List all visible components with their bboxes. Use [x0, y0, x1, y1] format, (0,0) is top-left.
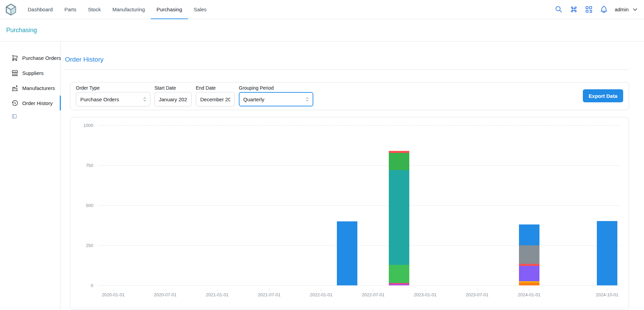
chart-plot	[98, 125, 620, 285]
sidebar-item-order-history[interactable]: Order History	[0, 95, 60, 111]
start-date-field: Start Date	[154, 85, 192, 106]
chart-bar-segment	[337, 221, 357, 285]
sidebar-item-label: Manufacturers	[22, 85, 55, 91]
main-panel: Order History Order Type Purchase Orders…	[60, 41, 644, 310]
search-icon[interactable]	[554, 5, 563, 14]
x-axis-tick-label: 2021-01-01	[206, 292, 229, 297]
export-data-button[interactable]: Export Data	[583, 89, 623, 102]
order-type-value: Purchase Orders	[80, 96, 119, 102]
y-axis-tick-label: 1000	[83, 123, 93, 128]
shopping-cart-icon	[11, 54, 18, 62]
chart-bar-segment	[597, 221, 617, 285]
building-factory-icon	[11, 85, 18, 92]
chart-gridline	[98, 165, 620, 166]
y-axis-tick-label: 500	[86, 203, 93, 208]
sidebar-item-label: Suppliers	[22, 70, 44, 76]
x-axis-tick-label: 2022-07-01	[362, 292, 385, 297]
selector-icon	[142, 96, 148, 102]
chart-gridline	[98, 245, 620, 246]
logo-cube-icon	[5, 3, 17, 16]
tab-sales[interactable]: Sales	[188, 0, 213, 19]
chart-gridline	[98, 285, 620, 286]
chart-bar-segment	[389, 265, 409, 283]
username-label: admin	[615, 7, 629, 12]
inventree-logo[interactable]	[5, 0, 17, 19]
chart-bar-segment	[519, 245, 539, 264]
x-axis-tick-label: 2024-10-01	[596, 292, 619, 297]
tab-stock[interactable]: Stock	[82, 0, 107, 19]
sidebar-active-indicator	[60, 95, 61, 111]
sidebar-item-purchase-orders[interactable]: Purchase Orders	[0, 50, 60, 65]
page-title: Order History	[65, 56, 629, 63]
title-divider	[65, 69, 629, 70]
sidebar-item-label: Order History	[22, 100, 53, 106]
order-type-select[interactable]: Purchase Orders	[76, 92, 150, 106]
chart-y-labels: 02505007501000	[70, 125, 95, 285]
sidebar-item-suppliers[interactable]: Suppliers	[0, 65, 60, 80]
qr-scan-icon[interactable]	[585, 5, 593, 14]
x-axis-tick-label: 2020-01-01	[102, 292, 125, 297]
tab-manufacturing[interactable]: Manufacturing	[107, 0, 151, 19]
order-type-label: Order Type	[76, 85, 150, 91]
navbar-actions: admin	[554, 0, 639, 19]
sidebar-item-manufacturers[interactable]: Manufacturers	[0, 80, 60, 95]
chart-bar-segment	[519, 283, 539, 285]
user-menu[interactable]: admin	[615, 6, 639, 13]
breadcrumb[interactable]: Purchasing	[6, 27, 37, 34]
chevron-down-icon	[632, 6, 639, 13]
x-axis-tick-label: 2022-01-01	[310, 292, 333, 297]
chart-bar[interactable]	[519, 224, 539, 285]
top-navbar: Dashboard Parts Stock Manufacturing Purc…	[0, 0, 644, 19]
chart-card: 02505007501000 2020-01-012020-07-012021-…	[70, 117, 629, 310]
chart-bar[interactable]	[389, 151, 409, 285]
chart-bar-segment	[519, 266, 539, 281]
x-axis-tick-label: 2020-07-01	[154, 292, 177, 297]
chart-x-labels: 2020-01-012020-07-012021-01-012021-07-01…	[98, 287, 620, 299]
command-palette-icon[interactable]	[570, 5, 578, 14]
start-date-label: Start Date	[154, 85, 192, 91]
x-axis-tick-label: 2023-07-01	[466, 292, 489, 297]
main-tabs: Dashboard Parts Stock Manufacturing Purc…	[22, 0, 213, 19]
page-layout: Purchase Orders Suppliers Manufacturers …	[0, 41, 644, 310]
filter-card: Order Type Purchase Orders Start Date En…	[70, 82, 629, 110]
chart-bar[interactable]	[337, 221, 357, 285]
chart-gridline	[98, 205, 620, 206]
chart-bar-segment	[519, 224, 539, 245]
chart-bar-segment	[389, 153, 409, 170]
history-icon	[11, 100, 18, 107]
chart-bar[interactable]	[597, 221, 617, 285]
chart-bar-segment	[389, 170, 409, 265]
grouping-period-select[interactable]: Quarterly	[239, 92, 313, 106]
sidebar-item-label: Purchase Orders	[22, 55, 61, 61]
tab-parts[interactable]: Parts	[58, 0, 82, 19]
y-axis-tick-label: 750	[86, 163, 93, 168]
x-axis-tick-label: 2024-01-01	[518, 292, 540, 297]
breadcrumb-bar: Purchasing	[0, 19, 644, 41]
x-axis-tick-label: 2021-07-01	[258, 292, 281, 297]
grouping-period-field: Grouping Period Quarterly	[239, 85, 313, 106]
chart-bar-segment	[389, 284, 409, 285]
notifications-bell-icon[interactable]	[600, 5, 608, 14]
grouping-period-value: Quarterly	[243, 96, 264, 102]
order-type-field: Order Type Purchase Orders	[76, 85, 150, 106]
end-date-field: End Date	[196, 85, 235, 106]
end-date-label: End Date	[196, 85, 235, 91]
chart-gridline	[98, 125, 620, 126]
tab-purchasing[interactable]: Purchasing	[151, 0, 188, 19]
start-date-input[interactable]	[154, 92, 192, 106]
sidebar: Purchase Orders Suppliers Manufacturers …	[0, 41, 60, 310]
building-store-icon	[11, 69, 18, 77]
grouping-period-label: Grouping Period	[239, 85, 313, 91]
selector-icon	[304, 96, 310, 102]
y-axis-tick-label: 250	[86, 243, 93, 248]
x-axis-tick-label: 2023-01-01	[414, 292, 437, 297]
end-date-input[interactable]	[196, 92, 235, 106]
sidebar-collapse-icon[interactable]	[11, 113, 17, 119]
tab-dashboard[interactable]: Dashboard	[22, 0, 58, 19]
y-axis-tick-label: 0	[91, 283, 93, 288]
